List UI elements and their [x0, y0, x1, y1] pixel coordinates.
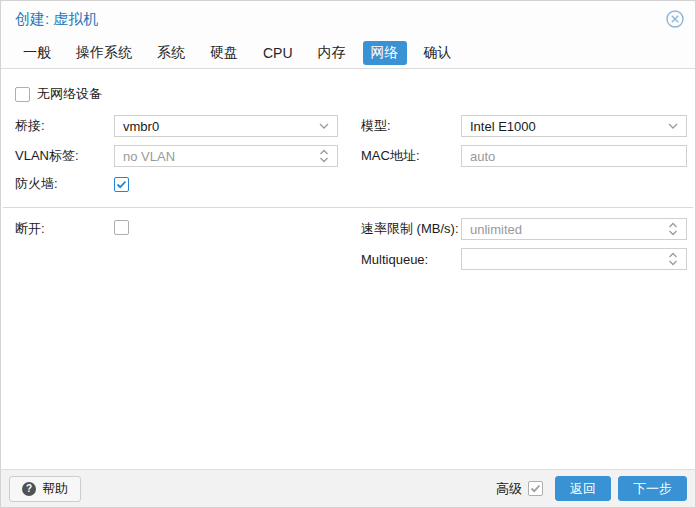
tab-disks[interactable]: 硬盘 [202, 41, 246, 65]
firewall-label: 防火墙: [15, 175, 114, 193]
section-divider [3, 207, 693, 208]
page-title: 创建: 虚拟机 [15, 10, 665, 29]
back-button[interactable]: 返回 [555, 476, 611, 501]
no-network-device-label: 无网络设备 [37, 85, 102, 103]
vlan-tag-input[interactable]: no VLAN [114, 145, 338, 167]
mac-address-placeholder: auto [470, 149, 682, 164]
mac-address-label: MAC地址: [361, 147, 461, 165]
model-value: Intel E1000 [470, 119, 664, 134]
advanced-checkbox[interactable] [528, 481, 543, 496]
mac-address-input[interactable]: auto [461, 145, 687, 167]
advanced-label: 高级 [496, 480, 522, 498]
bridge-label: 桥接: [15, 117, 114, 135]
help-button[interactable]: ? 帮助 [9, 476, 81, 502]
firewall-checkbox[interactable] [114, 177, 129, 192]
check-icon [530, 483, 541, 494]
chevron-down-icon[interactable] [664, 116, 682, 136]
tab-network[interactable]: 网络 [363, 41, 407, 65]
spinner-arrows-icon[interactable] [664, 249, 682, 269]
rate-limit-placeholder: unlimited [470, 222, 664, 237]
dialog-header: 创建: 虚拟机 [1, 1, 695, 37]
check-icon [116, 179, 127, 190]
spinner-arrows-icon[interactable] [315, 146, 333, 166]
create-vm-dialog: 创建: 虚拟机 一般 操作系统 系统 硬盘 CPU 内存 网络 确认 无网络设备… [0, 0, 696, 508]
spinner-arrows-icon[interactable] [664, 219, 682, 239]
chevron-down-icon[interactable] [315, 116, 333, 136]
next-button[interactable]: 下一步 [618, 476, 687, 501]
tab-memory[interactable]: 内存 [310, 41, 354, 65]
help-button-label: 帮助 [42, 480, 68, 498]
multiqueue-input[interactable] [461, 248, 687, 270]
close-icon[interactable] [665, 9, 685, 29]
no-network-device-checkbox[interactable] [15, 87, 30, 102]
bridge-value: vmbr0 [123, 119, 315, 134]
vlan-tag-label: VLAN标签: [15, 147, 114, 165]
bridge-select[interactable]: vmbr0 [114, 115, 338, 137]
disconnect-label: 断开: [15, 220, 114, 238]
network-form: 无网络设备 桥接: vmbr0 模型: Intel E1000 [1, 69, 695, 270]
rate-limit-label: 速率限制 (MB/s): [361, 220, 461, 238]
tab-confirm[interactable]: 确认 [416, 41, 460, 65]
tab-os[interactable]: 操作系统 [68, 41, 140, 65]
rate-limit-input[interactable]: unlimited [461, 218, 687, 240]
tab-system[interactable]: 系统 [149, 41, 193, 65]
dialog-footer: ? 帮助 高级 返回 下一步 [1, 469, 695, 507]
wizard-tabbar: 一般 操作系统 系统 硬盘 CPU 内存 网络 确认 [1, 37, 695, 69]
tab-cpu[interactable]: CPU [255, 42, 301, 64]
multiqueue-label: Multiqueue: [361, 252, 461, 267]
model-select[interactable]: Intel E1000 [461, 115, 687, 137]
model-label: 模型: [361, 117, 461, 135]
vlan-tag-placeholder: no VLAN [123, 149, 315, 164]
tab-general[interactable]: 一般 [15, 41, 59, 65]
disconnect-checkbox[interactable] [114, 220, 129, 235]
help-icon: ? [22, 482, 36, 496]
